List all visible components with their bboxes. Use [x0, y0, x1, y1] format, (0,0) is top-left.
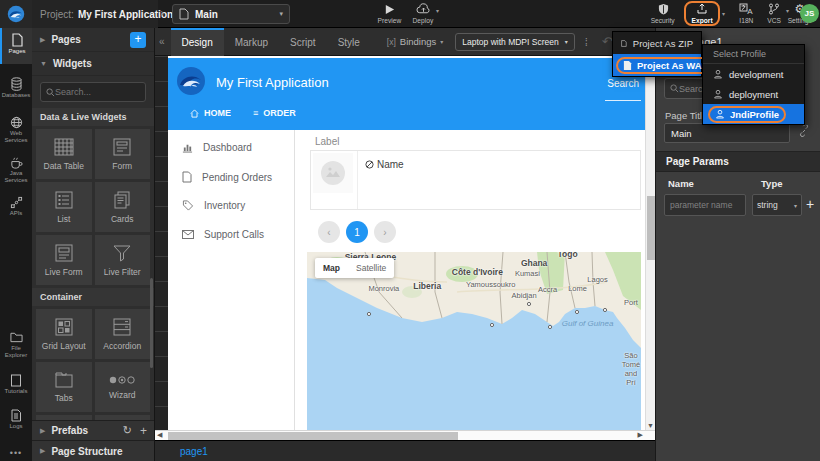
widget-grid: Data Table Form List	[32, 126, 154, 288]
tab-script[interactable]: Script	[279, 28, 327, 56]
pages-section-header[interactable]: ▶ Pages +	[32, 28, 154, 52]
sidebar-item-file-explorer[interactable]: File Explorer	[0, 325, 32, 363]
collapse-panel-icon[interactable]: «	[159, 36, 165, 47]
link-binding-icon[interactable]	[798, 125, 810, 137]
breadcrumb-chevron-icon: ›	[160, 5, 164, 20]
topbar: Project: My First Application › Main ▾ P…	[0, 0, 820, 28]
scroll-right-arrow-icon[interactable]: ▶	[638, 431, 643, 439]
widgets-section-header[interactable]: ▼ Widgets	[32, 52, 154, 76]
menu-item-deployment[interactable]: deployment	[703, 84, 804, 104]
menu-item-project-as-zip[interactable]: Project As ZIP	[613, 32, 701, 54]
design-canvas-page[interactable]: My First Application Search HOME ≡ ORDER	[168, 56, 645, 430]
menu-item-jndiprofile[interactable]: JndiProfile	[703, 104, 804, 124]
document-icon	[182, 171, 192, 183]
tab-style[interactable]: Style	[327, 28, 371, 56]
add-page-button[interactable]: +	[130, 32, 146, 48]
sidebar-item-databases[interactable]: Databases	[0, 72, 32, 106]
param-type-select[interactable]: string ▾	[752, 194, 802, 216]
param-name-input[interactable]	[664, 194, 746, 216]
scrollbar-thumb[interactable]	[647, 196, 655, 260]
page-tab-page1[interactable]: page1	[180, 446, 208, 457]
play-icon	[384, 2, 395, 16]
widget-tile-wizard[interactable]: Wizard	[95, 362, 151, 412]
map-button[interactable]: Map	[315, 263, 348, 273]
widget-tile-cards[interactable]: Cards	[95, 182, 151, 232]
widget-tile-live-filter[interactable]: Live Filter	[95, 235, 151, 285]
tabs-icon	[55, 372, 73, 388]
add-param-button[interactable]: +	[806, 196, 814, 212]
sidebar-item-java-services[interactable]: Java Services	[0, 150, 32, 188]
widget-tile-form[interactable]: Form	[95, 129, 151, 179]
canvas-vertical-scrollbar[interactable]: ▼	[645, 56, 655, 430]
canvas-more-options-icon[interactable]: ⁞	[585, 36, 588, 48]
chevron-down-icon: ▼	[40, 60, 47, 67]
menu-item-inventory[interactable]: Inventory	[182, 200, 245, 211]
cloud-upload-icon	[416, 2, 431, 16]
satellite-button[interactable]: Satellite	[348, 263, 394, 273]
vcs-label: VCS	[767, 17, 781, 24]
profile-person-icon	[715, 109, 725, 119]
page-title-label: Page Title	[665, 110, 707, 121]
api-nodes-icon	[10, 194, 23, 210]
user-avatar[interactable]: JS	[800, 4, 819, 23]
tab-markup[interactable]: Markup	[224, 28, 279, 56]
tab-design[interactable]: Design	[171, 28, 224, 56]
menu-item-project-as-war[interactable]: Project As WAR ▶	[613, 54, 701, 76]
pagination-prev-button[interactable]: ‹	[318, 221, 340, 243]
brand-wave-logo[interactable]	[0, 0, 32, 28]
security-button[interactable]: Security	[646, 2, 680, 24]
scrollbar-thumb[interactable]	[168, 432, 458, 440]
label-widget[interactable]: Label	[315, 136, 339, 147]
list-widget[interactable]: Name	[310, 150, 641, 210]
more-options-button[interactable]: •••	[0, 448, 32, 458]
menu-item-development[interactable]: development	[703, 64, 804, 84]
widget-tile-data-table[interactable]: Data Table	[36, 129, 92, 179]
widget-search-input[interactable]	[55, 87, 140, 97]
menu-item-pending-orders[interactable]: Pending Orders	[182, 171, 272, 183]
add-prefab-icon[interactable]: +	[140, 424, 147, 438]
google-map-widget[interactable]: Sierra Leone Monrovia Liberia Côte d'Ivo…	[307, 252, 641, 430]
scroll-left-arrow-icon[interactable]: ◀	[157, 431, 162, 439]
widget-search	[40, 82, 146, 102]
preview-button[interactable]: Preview	[372, 2, 406, 24]
app-search-link[interactable]: Search	[607, 78, 639, 89]
page-structure-section-header[interactable]: ▶ Page Structure	[32, 440, 155, 461]
canvas-horizontal-scrollbar[interactable]: ◀ ▶	[155, 430, 655, 440]
zip-file-icon	[621, 38, 627, 49]
widget-tile-accordion[interactable]: Accordion	[95, 309, 151, 359]
widget-tile-grid-layout[interactable]: Grid Layout	[36, 309, 92, 359]
prefabs-section-header[interactable]: ▶ Prefabs ↻ +	[32, 420, 155, 440]
chevron-down-icon: ▾	[794, 202, 797, 209]
palette-scrollbar[interactable]	[150, 278, 153, 368]
page-title-input[interactable]	[664, 123, 790, 143]
pagination-page-1[interactable]: 1	[346, 221, 368, 243]
device-selector-dropdown[interactable]: Laptop with MDPI Screen ▾	[455, 33, 574, 51]
search-underline	[605, 100, 641, 101]
app-title: My First Application	[216, 75, 329, 90]
menu-item-dashboard[interactable]: Dashboard	[182, 142, 252, 153]
sidebar-item-pages[interactable]: Pages	[0, 28, 32, 64]
scroll-down-arrow-icon[interactable]: ▼	[647, 422, 654, 429]
deploy-button[interactable]: Deploy ▾	[406, 2, 440, 24]
globe-icon	[10, 114, 23, 130]
pagination-next-button[interactable]: ›	[374, 221, 396, 243]
widget-tile-list[interactable]: List	[36, 182, 92, 232]
nav-item-home[interactable]: HOME	[190, 108, 231, 118]
sidebar-item-tutorials[interactable]: Tutorials	[0, 368, 32, 400]
sidebar-item-web-services[interactable]: Web Services	[0, 110, 32, 148]
bindings-button[interactable]: [x] Bindings ▾	[387, 36, 443, 47]
page-selector-dropdown[interactable]: Main ▾	[172, 4, 290, 24]
menu-item-support-calls[interactable]: Support Calls	[182, 229, 264, 240]
app-header-widget[interactable]: My First Application Search HOME ≡ ORDER	[168, 58, 645, 130]
sidebar-item-apis[interactable]: APIs	[0, 190, 32, 224]
widget-tile-live-form[interactable]: Live Form	[36, 235, 92, 285]
bar-chart-icon	[182, 142, 193, 153]
widget-tile-tabs[interactable]: Tabs	[36, 362, 92, 412]
nav-item-order[interactable]: ≡ ORDER	[253, 108, 296, 118]
refresh-prefabs-icon[interactable]: ↻	[123, 424, 132, 437]
widget-palette-panel: ▶ Pages + ▼ Widgets Data & Live Widgets …	[32, 28, 155, 461]
live-form-icon	[55, 244, 73, 262]
security-label: Security	[651, 17, 675, 24]
export-button[interactable]: Export	[685, 2, 719, 24]
sidebar-item-logs[interactable]: Logs	[0, 403, 32, 435]
